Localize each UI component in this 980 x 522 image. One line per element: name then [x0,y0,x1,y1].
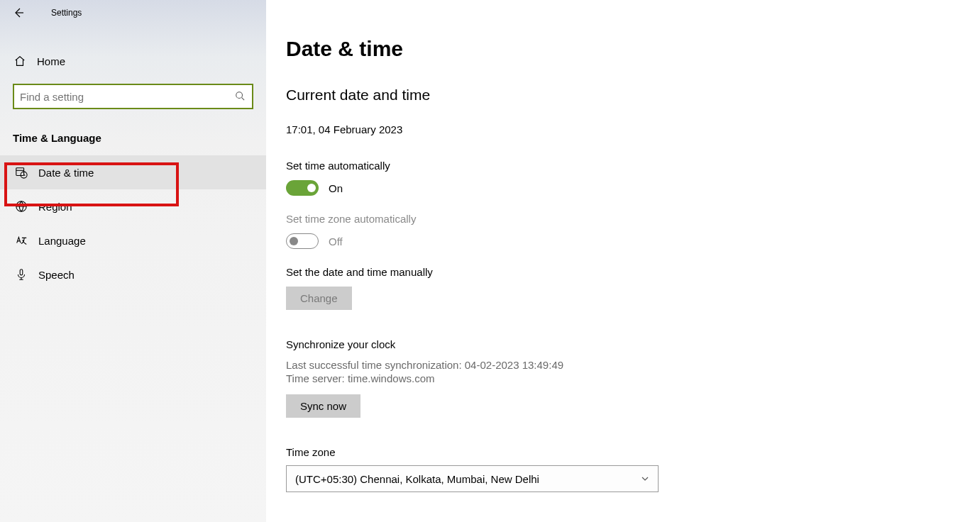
search-input[interactable] [20,91,235,103]
sidebar-home-label: Home [37,55,65,67]
titlebar: Settings [0,0,266,26]
set-tz-auto-toggle [286,233,319,249]
language-icon [14,233,28,248]
set-tz-auto-label: Set time zone automatically [286,213,980,225]
sync-server: Time server: time.windows.com [286,372,980,384]
set-time-auto-state: On [329,182,343,194]
sidebar-item-region[interactable]: Region [0,189,266,223]
sync-last: Last successful time synchronization: 04… [286,359,980,371]
sidebar-home[interactable]: Home [0,47,266,75]
current-datetime: 17:01, 04 February 2023 [286,123,980,135]
page-title: Date & time [286,37,980,61]
sync-now-button[interactable]: Sync now [286,394,360,418]
sidebar-item-label: Speech [38,269,75,281]
sidebar-item-label: Language [38,235,86,247]
microphone-icon [14,267,28,282]
home-icon [13,54,27,68]
timezone-label: Time zone [286,446,980,458]
window-title: Settings [51,8,82,18]
back-arrow-icon[interactable] [13,7,24,18]
set-time-auto-label: Set time automatically [286,160,980,172]
sidebar-category: Time & Language [0,109,266,155]
sync-block: Synchronize your clock Last successful t… [286,338,980,418]
sidebar-item-label: Region [38,201,72,213]
svg-point-0 [236,92,243,99]
set-manual-label: Set the date and time manually [286,266,980,278]
search-box[interactable] [13,84,253,109]
set-time-auto-toggle-row: On [286,180,980,196]
sidebar: Settings Home Time & Language [0,0,266,522]
set-time-auto-toggle[interactable] [286,180,319,196]
sidebar-item-speech[interactable]: Speech [0,257,266,291]
calendar-clock-icon [14,165,28,179]
change-button: Change [286,287,352,310]
sidebar-item-language[interactable]: Language [0,223,266,257]
timezone-block: Time zone (UTC+05:30) Chennai, Kolkata, … [286,446,980,492]
search-wrap [13,84,253,109]
svg-rect-4 [20,270,23,275]
sync-title: Synchronize your clock [286,338,980,350]
set-tz-auto-toggle-row: Off [286,233,980,249]
globe-icon [14,199,28,213]
chevron-down-icon [641,474,649,483]
section-current-title: Current date and time [286,87,980,104]
sidebar-item-label: Date & time [38,167,94,179]
timezone-select[interactable]: (UTC+05:30) Chennai, Kolkata, Mumbai, Ne… [286,465,659,492]
timezone-value: (UTC+05:30) Chennai, Kolkata, Mumbai, Ne… [295,473,539,485]
main-content: Date & time Current date and time 17:01,… [266,0,980,522]
search-icon [235,91,246,102]
set-tz-auto-state: Off [329,235,343,248]
sidebar-item-date-time[interactable]: Date & time [0,155,266,189]
